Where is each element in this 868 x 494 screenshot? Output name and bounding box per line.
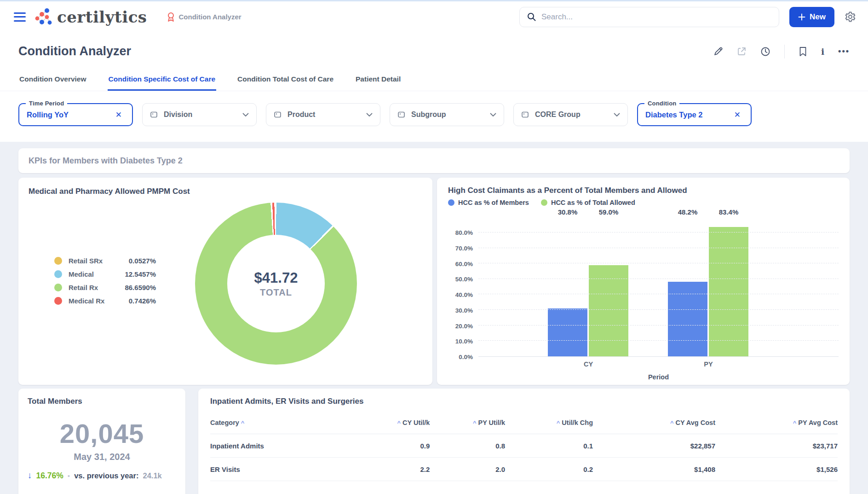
page-title: Condition Analyzer <box>18 44 131 58</box>
clear-time-period-button[interactable]: ✕ <box>113 110 125 120</box>
pmpm-cost-card: Medical and Pharmacy Allowed PMPM Cost R… <box>18 178 432 385</box>
sort-icon: ^ <box>471 419 478 426</box>
filter-value: Diabetes Type 2 <box>645 110 731 119</box>
donut-total-value: $41.72 <box>254 270 298 286</box>
utilization-table-title: Inpatient Admits, ER Visits and Surgerie… <box>210 397 838 406</box>
legend-swatch <box>54 270 62 278</box>
chevron-down-icon <box>490 113 496 117</box>
gear-icon <box>845 11 856 23</box>
history-button[interactable] <box>760 46 770 57</box>
search-input[interactable] <box>541 12 771 22</box>
legend-item: HCC as % of Members <box>448 199 529 206</box>
cell-category: Inpatient Admits <box>210 434 355 458</box>
col-category[interactable]: Category^ <box>210 413 355 434</box>
breadcrumb[interactable]: Condition Analyzer <box>167 12 241 22</box>
legend-label: Medical <box>69 270 120 278</box>
filter-value: Rolling YoY <box>27 110 113 119</box>
tab-patient-detail[interactable]: Patient Detail <box>355 72 402 91</box>
filter-division[interactable]: Division <box>142 103 257 126</box>
filter-label: Product <box>287 110 361 119</box>
col-py-util[interactable]: ^PY Util/k <box>430 413 505 434</box>
down-arrow-icon: ↓ <box>28 471 32 481</box>
bar-group-cy: 30.8% 59.0% <box>548 220 628 356</box>
total-members-value: 20,045 <box>28 418 176 449</box>
filter-condition[interactable]: Condition Diabetes Type 2 ✕ <box>637 103 752 126</box>
col-cy-avg-cost[interactable]: ^CY Avg Cost <box>593 413 715 434</box>
settings-gear-button[interactable] <box>845 11 856 23</box>
tab-condition-specific-cost-of-care[interactable]: Condition Specific Cost of Care <box>108 72 217 91</box>
utilization-table: Category^ ^CY Util/k ^PY Util/k ^Util/k … <box>210 413 838 481</box>
ellipsis-icon: ••• <box>838 46 850 56</box>
tag-icon <box>150 111 158 118</box>
edit-button[interactable] <box>713 46 723 56</box>
filter-label: Condition <box>644 100 679 107</box>
col-util-chg[interactable]: ^Util/k Chg <box>505 413 593 434</box>
col-cy-util[interactable]: ^CY Util/k <box>355 413 430 434</box>
donut-ring: $41.72 TOTAL <box>195 203 357 365</box>
breadcrumb-label: Condition Analyzer <box>179 13 241 21</box>
sort-icon: ^ <box>395 419 402 426</box>
legend-swatch <box>54 297 62 305</box>
info-button[interactable]: i <box>821 46 824 57</box>
chevron-down-icon <box>366 113 373 117</box>
bar-value-label: 59.0% <box>599 208 619 216</box>
bar-chart: 0.0%10.0%20.0%30.0%40.0%50.0%60.0%70.0%8… <box>448 220 839 357</box>
gridline <box>478 294 839 294</box>
x-tick-py: PY <box>704 360 713 368</box>
gridline <box>478 279 839 279</box>
more-options-button[interactable]: ••• <box>838 46 850 56</box>
table-header-row: Category^ ^CY Util/k ^PY Util/k ^Util/k … <box>210 413 838 434</box>
bar-plot-area: 30.8% 59.0% 48.2% <box>478 220 839 357</box>
bullet-separator: • <box>68 472 70 480</box>
tab-condition-total-cost-of-care[interactable]: Condition Total Cost of Care <box>236 72 334 91</box>
bar-chart-title: High Cost Claimants as a Percent of Tota… <box>448 186 839 195</box>
tab-condition-overview[interactable]: Condition Overview <box>18 72 87 91</box>
cell: 0.1 <box>505 434 593 458</box>
legend-swatch <box>541 199 547 206</box>
legend-item: Retail Rx 86.6590% <box>54 284 156 291</box>
bookmark-button[interactable] <box>799 46 807 57</box>
search-box[interactable] <box>519 7 779 27</box>
legend-label: Medical Rx <box>69 297 120 305</box>
tab-bar: Condition Overview Condition Specific Co… <box>0 72 868 91</box>
filter-label: Subgroup <box>411 110 484 119</box>
filter-subgroup[interactable]: Subgroup <box>390 103 504 126</box>
cell: 2.0 <box>430 458 505 481</box>
cell-category: ER Visits <box>210 458 355 481</box>
bar-y-axis: 0.0%10.0%20.0%30.0%40.0%50.0%60.0%70.0%8… <box>448 220 478 357</box>
menu-icon[interactable] <box>14 12 26 22</box>
y-tick-label: 70.0% <box>455 245 473 252</box>
col-py-avg-cost[interactable]: ^PY Avg Cost <box>715 413 838 434</box>
kpi-section-header: KPIs for Members with Diabetes Type 2 <box>18 148 850 173</box>
legend-item: Medical Rx 0.7426% <box>54 297 156 305</box>
bar-legend: HCC as % of Members HCC as % of Total Al… <box>448 199 839 206</box>
y-tick-label: 0.0% <box>459 354 473 360</box>
divider <box>784 45 785 58</box>
new-button[interactable]: New <box>789 7 834 27</box>
filter-core-group[interactable]: CORE Group <box>513 103 628 126</box>
tag-icon <box>397 111 406 118</box>
y-tick-label: 50.0% <box>455 276 473 283</box>
open-external-button[interactable] <box>737 46 747 56</box>
y-tick-label: 20.0% <box>455 323 473 330</box>
cell: 0.8 <box>430 434 505 458</box>
legend-label: HCC as % of Total Allowed <box>551 199 635 206</box>
y-tick-label: 60.0% <box>455 261 473 267</box>
y-tick-label: 40.0% <box>455 291 473 298</box>
legend-value: 86.6590% <box>120 284 156 291</box>
x-tick-cy: CY <box>584 360 593 368</box>
clear-condition-button[interactable]: ✕ <box>731 110 743 120</box>
filter-time-period[interactable]: Time Period Rolling YoY ✕ <box>18 103 133 126</box>
chevron-down-icon <box>614 113 620 117</box>
filter-product[interactable]: Product <box>266 103 380 126</box>
kpi-section-title: KPIs for Members with Diabetes Type 2 <box>29 156 183 166</box>
bar-value-label: 48.2% <box>678 208 698 216</box>
sort-icon: ^ <box>791 419 799 426</box>
gridline <box>478 248 839 248</box>
legend-swatch <box>448 199 454 206</box>
total-members-date: May 31, 2024 <box>28 452 176 462</box>
brand-wordmark: certilytics <box>57 8 147 26</box>
brand-logo: certilytics <box>33 7 147 27</box>
ribbon-icon <box>167 12 175 22</box>
bookmark-icon <box>799 46 807 57</box>
